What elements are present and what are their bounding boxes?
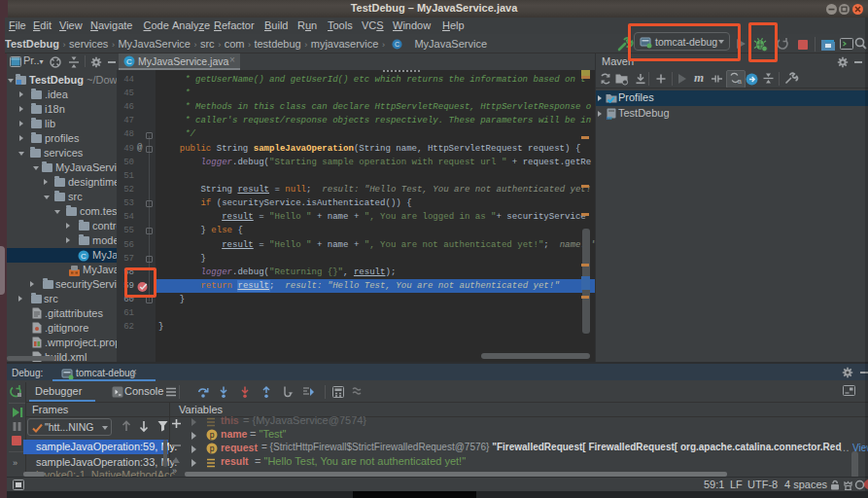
- svg-text:C: C: [81, 251, 87, 260]
- svg-text:C: C: [395, 41, 399, 48]
- svg-text:C: C: [126, 57, 132, 66]
- svg-text:p: p: [210, 444, 215, 453]
- svg-text:p: p: [210, 430, 215, 440]
- svg-text:a: a: [738, 78, 742, 85]
- svg-text:m: m: [607, 114, 612, 122]
